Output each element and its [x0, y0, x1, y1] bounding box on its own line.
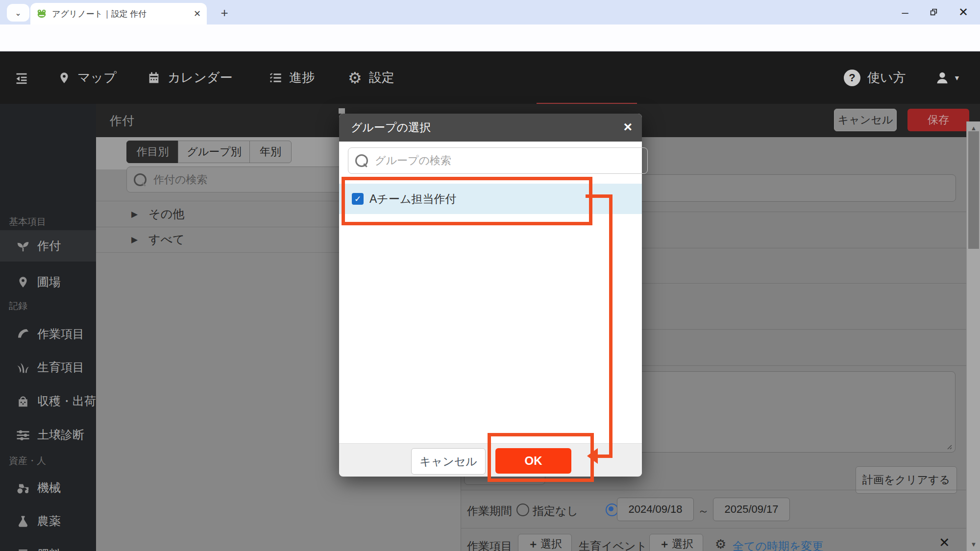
nav-item-map[interactable]: マップ: [58, 51, 117, 104]
modal-close-icon[interactable]: ×: [623, 119, 632, 135]
grass-icon: [15, 360, 31, 375]
annotation-arrowhead: [587, 448, 598, 464]
sidebar-item-work-items[interactable]: 作業項目: [0, 318, 96, 350]
sidebar-item-label: 圃場: [37, 274, 61, 290]
sidebar-item-label: 作付: [37, 238, 61, 254]
window-controls: – ✕: [902, 0, 975, 24]
browser-tab[interactable]: アグリノート｜設定 作付 ✕: [30, 3, 207, 24]
browser-toolbar: ← → agri-note.jp/b/masters.html#/project…: [0, 24, 980, 51]
scroll-up-icon[interactable]: ▲: [967, 124, 980, 132]
expand-triangle-icon[interactable]: ▶: [131, 235, 138, 245]
growth-event-label: 生育イベント: [579, 539, 647, 551]
tab-by-year[interactable]: 年別: [249, 141, 292, 163]
sidebar-section-basic: 基本項目: [9, 216, 46, 228]
growth-event-select-button[interactable]: ＋ 選択: [649, 534, 703, 551]
sidebar-section-assets: 資産・人: [9, 455, 46, 467]
page-title: 作付: [110, 113, 134, 129]
annotation-connector: [609, 194, 612, 458]
how-to-use-button[interactable]: ? 使い方: [844, 51, 906, 104]
work-period-label: 作業期間: [467, 503, 512, 519]
sidebar-item-machinery[interactable]: 機械: [0, 472, 96, 503]
content-scrollbar[interactable]: ▲ ▼: [966, 121, 980, 551]
window-minimize-icon[interactable]: –: [902, 5, 908, 19]
sidebar-item-fertilizer[interactable]: NPK 肥料: [0, 539, 96, 551]
annotation-box-ok-button: [488, 433, 594, 482]
tractor-icon: [15, 480, 31, 495]
page-cancel-button[interactable]: キャンセル: [834, 109, 897, 131]
work-item-select-button[interactable]: ＋ 選択: [518, 534, 572, 551]
collapse-sidebar-icon[interactable]: [14, 71, 29, 85]
sidebar-item-label: 機械: [37, 480, 61, 496]
annotation-box-group-item: [342, 177, 592, 225]
sidebar-item-label: 作業項目: [37, 326, 84, 342]
nav-item-settings[interactable]: ⚙ 設定: [348, 51, 394, 104]
sidebar-item-pesticide[interactable]: 農薬: [0, 505, 96, 537]
list-group-label: その他: [148, 206, 184, 222]
search-icon: [355, 154, 368, 167]
group-select-modal: グループの選択 × ✓ Aチーム担当作付 キャンセル OK: [339, 114, 642, 476]
tab-by-group[interactable]: グループ別: [178, 141, 250, 163]
sidebar-item-sakutsuke[interactable]: 作付: [0, 230, 96, 262]
scroll-down-icon[interactable]: ▼: [967, 541, 980, 548]
account-menu-button[interactable]: ▼: [935, 51, 960, 104]
checklist-icon: [269, 71, 282, 85]
sidebar-item-label: 土壌診断: [37, 427, 84, 443]
basket-icon: [15, 394, 31, 408]
new-tab-button[interactable]: +: [217, 5, 232, 21]
radio-no-date[interactable]: [516, 503, 529, 516]
sidebar-item-hojo[interactable]: 圃場: [0, 266, 96, 298]
modal-title: グループの選択: [351, 120, 431, 135]
work-item-label: 作業項目: [467, 539, 512, 551]
date-to-field[interactable]: 2025/09/17: [713, 498, 790, 521]
page-save-button[interactable]: 保存: [907, 109, 969, 131]
chevron-down-icon: ▼: [954, 74, 960, 82]
app-nav-bar: マップ カレンダー 進捗 ⚙ 設定 有料プラン申込 mgr 米 農薬 検索 ? …: [0, 51, 980, 104]
sidebar-item-growth-items[interactable]: 生育項目: [0, 352, 96, 383]
sprout-icon: [15, 239, 31, 253]
gear-icon: ⚙: [348, 69, 362, 87]
tab-search-chevron-button[interactable]: ⌄: [7, 4, 29, 22]
user-icon: [935, 71, 950, 85]
tab-title: アグリノート｜設定 作付: [52, 8, 189, 20]
tab-by-crop[interactable]: 作目別: [126, 141, 179, 163]
calendar-icon: [147, 71, 161, 85]
window-restore-icon[interactable]: [929, 8, 938, 17]
tab-close-icon[interactable]: ✕: [194, 8, 201, 19]
map-pin-icon: [15, 275, 31, 289]
modal-header: グループの選択 ×: [339, 114, 642, 142]
sidebar-item-label: 農薬: [37, 513, 61, 529]
modal-cancel-button[interactable]: キャンセル: [411, 448, 486, 475]
scrollbar-thumb[interactable]: [968, 131, 979, 249]
annotation-connector: [597, 455, 612, 458]
flask-icon: [15, 514, 31, 528]
sidebar-item-soil-diagnosis[interactable]: 土壌診断: [0, 419, 96, 451]
remove-icon[interactable]: ✕: [939, 535, 950, 551]
search-icon: [134, 173, 147, 186]
change-all-periods-link[interactable]: 全ての時期を変更: [733, 539, 824, 551]
browser-tab-strip: ⌄ アグリノート｜設定 作付 ✕ + – ✕: [0, 0, 980, 24]
fertilizer-icon: NPK: [15, 547, 31, 551]
list-group-label: すべて: [148, 232, 185, 247]
sidebar-item-harvest-shipping[interactable]: 収穫・出荷: [0, 385, 96, 417]
annotation-connector: [586, 194, 612, 198]
gear-icon: ⚙: [715, 537, 726, 551]
sidebar: 基本項目 作付 圃場 記録 作業項目 生育項目 収穫・出荷 土壌診断: [0, 104, 96, 551]
group-search-input[interactable]: [374, 154, 640, 168]
date-from-field[interactable]: 2024/09/18: [617, 498, 694, 521]
nav-item-label: マップ: [77, 69, 117, 86]
sidebar-section-records: 記録: [9, 300, 27, 312]
window-close-icon[interactable]: ✕: [958, 5, 968, 19]
sickle-icon: [15, 327, 31, 341]
nav-item-progress[interactable]: 進捗: [269, 51, 315, 104]
resize-grip-icon[interactable]: [945, 443, 952, 450]
nav-item-label: 設定: [369, 69, 394, 86]
expand-triangle-icon[interactable]: ▶: [131, 209, 138, 219]
howto-label: 使い方: [867, 69, 906, 86]
nav-item-label: 進捗: [289, 69, 315, 86]
question-icon: ?: [844, 70, 860, 86]
group-search-field[interactable]: [348, 147, 648, 174]
map-pin-icon: [58, 71, 71, 85]
nav-item-calendar[interactable]: カレンダー: [147, 51, 232, 104]
date-separator: ～: [698, 503, 709, 519]
background-fragment: [339, 108, 345, 114]
